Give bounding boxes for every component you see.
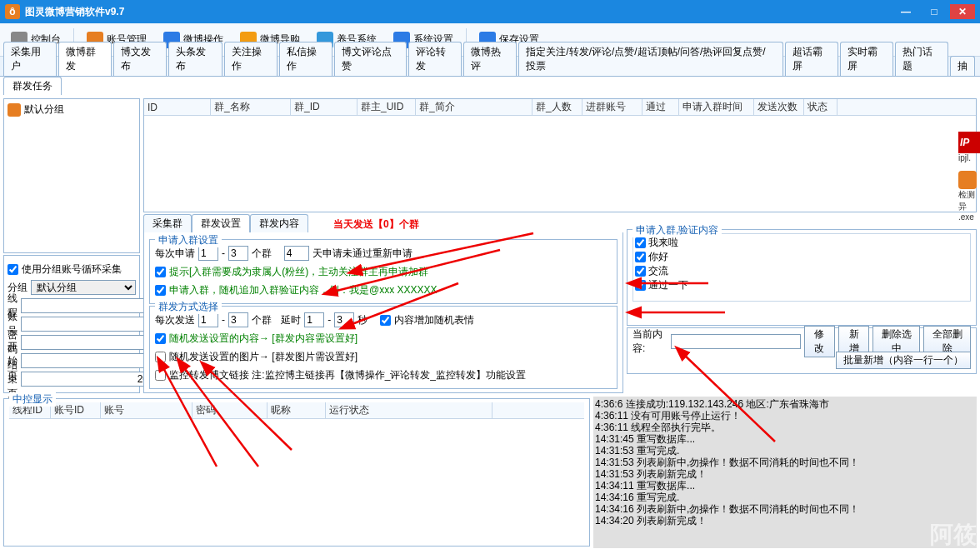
log-line: 14:31:53 重写完成. bbox=[595, 445, 975, 457]
side-panel: IP ipjl. 检测异 .exe bbox=[958, 23, 980, 222]
maximize-button[interactable]: □ bbox=[922, 4, 947, 19]
current-content-input[interactable] bbox=[671, 334, 801, 349]
verify-item-check[interactable] bbox=[635, 266, 646, 277]
col-header[interactable]: 进群账号 bbox=[582, 99, 642, 115]
log-line: 4:36:6 连接成功:119.132.143.246 地区:广东省珠海市 bbox=[595, 398, 975, 410]
verify-item[interactable]: 我来啦 bbox=[635, 236, 968, 250]
col-header[interactable]: 账号 bbox=[101, 402, 192, 418]
send-n2[interactable] bbox=[228, 312, 248, 327]
tab-10[interactable]: 超话霸屏 bbox=[785, 42, 838, 76]
use-group-cycle-check[interactable] bbox=[8, 264, 18, 275]
log-line: 14:34:20 列表刷新完成！ bbox=[595, 515, 975, 527]
delay-d1[interactable] bbox=[304, 312, 324, 327]
apply-unit: 个群 bbox=[252, 247, 272, 261]
tab-3[interactable]: 头条发布 bbox=[168, 42, 222, 76]
tab-1[interactable]: 微博群发 bbox=[58, 42, 112, 76]
verify-item-check[interactable] bbox=[635, 252, 646, 262]
verify-item[interactable]: 通过一下 bbox=[635, 278, 968, 292]
col-header[interactable]: ID bbox=[144, 99, 211, 115]
delay-sec: 秒 bbox=[358, 313, 368, 327]
col-header[interactable]: 群主_UID bbox=[358, 99, 416, 115]
col-header[interactable]: 群_简介 bbox=[416, 99, 532, 115]
verify-item-check[interactable] bbox=[635, 280, 646, 291]
rand-content-check[interactable] bbox=[155, 333, 166, 344]
close-button[interactable]: ✕ bbox=[950, 4, 975, 19]
thread-input[interactable] bbox=[21, 298, 151, 313]
tab-4[interactable]: 关注操作 bbox=[224, 42, 278, 76]
col-header[interactable]: 群_人数 bbox=[532, 99, 582, 115]
apply-tip: 提示[入群需要成为隶属人(粉丝)，主动关注群主再申请加群 bbox=[169, 265, 428, 279]
apply-n2[interactable] bbox=[228, 246, 248, 261]
watermark: 阿筱 bbox=[930, 519, 977, 551]
emoji-label: 内容增加随机表情 bbox=[394, 313, 474, 327]
apply-verify-check[interactable] bbox=[155, 285, 166, 296]
log-line: 14:34:16 列表刷新中,勿操作！数据不同消耗的时间也不同！ bbox=[595, 503, 975, 515]
verify-legend: 申请入群,验证内容 bbox=[632, 223, 722, 237]
sendmode-legend: 群发方式选择 bbox=[155, 300, 222, 314]
col-header[interactable]: 账号ID bbox=[51, 402, 101, 418]
emoji-check[interactable] bbox=[380, 315, 391, 326]
log-line: 4:36:11 没有可用账号停止运行！ bbox=[595, 410, 975, 422]
midtab-collect[interactable]: 采集群 bbox=[143, 214, 192, 232]
log-line: 14:31:45 重写数据库... bbox=[595, 433, 975, 445]
apply-n1[interactable] bbox=[198, 246, 218, 261]
tab-2[interactable]: 博文发布 bbox=[113, 42, 167, 76]
titlebar: ô 图灵微博营销软件v9.7 — □ ✕ bbox=[0, 0, 980, 23]
apply-days[interactable] bbox=[284, 246, 309, 261]
col-header[interactable]: 申请入群时间 bbox=[679, 99, 754, 115]
subtab-group-task[interactable]: 群发任务 bbox=[3, 77, 62, 95]
midtab-content[interactable]: 群发内容 bbox=[250, 214, 308, 232]
log-line: 14:34:16 重写完成. bbox=[595, 492, 975, 503]
log-output[interactable]: 4:36:6 连接成功:119.132.143.246 地区:广东省珠海市4:3… bbox=[593, 397, 977, 548]
group-select[interactable]: 默认分组 bbox=[31, 280, 136, 295]
send-n1[interactable] bbox=[198, 312, 218, 327]
tab-0[interactable]: 采集用户 bbox=[3, 42, 57, 76]
col-header[interactable]: 群_ID bbox=[291, 99, 358, 115]
tab-7[interactable]: 评论转发 bbox=[408, 42, 462, 76]
log-line: 14:31:53 列表刷新完成！ bbox=[595, 468, 975, 480]
side-text-2: 检测异 bbox=[958, 189, 980, 212]
tab-11[interactable]: 实时霸屏 bbox=[840, 42, 893, 76]
col-header[interactable]: 通过 bbox=[642, 99, 679, 115]
col-header[interactable]: 密码 bbox=[192, 402, 268, 418]
apply-days-text: 天申请未通过重新申请 bbox=[312, 247, 412, 261]
minimize-button[interactable]: — bbox=[893, 4, 918, 19]
start-input[interactable] bbox=[21, 353, 151, 368]
end-input[interactable] bbox=[21, 372, 151, 387]
tree-root[interactable]: 默认分组 bbox=[8, 102, 136, 117]
verify-item[interactable]: 交流 bbox=[635, 264, 968, 278]
pwd-input[interactable] bbox=[21, 335, 151, 350]
verify-list[interactable]: 我来啦 你好 交流 通过一下 bbox=[632, 233, 971, 302]
apply-tip-check[interactable] bbox=[155, 267, 166, 277]
tree-root-label: 默认分组 bbox=[24, 102, 64, 117]
col-header[interactable]: 群_名称 bbox=[211, 99, 291, 115]
rand-image-check[interactable] bbox=[155, 352, 166, 362]
verify-item[interactable]: 你好 bbox=[635, 250, 968, 264]
tab-8[interactable]: 微博热评 bbox=[463, 42, 517, 76]
col-header[interactable]: 运行状态 bbox=[326, 402, 492, 418]
verify-fieldset: 申请入群,验证内容 我来啦 你好 交流 通过一下 bbox=[627, 229, 977, 326]
control-display: 中控显示 线程ID账号ID账号密码昵称运行状态 bbox=[3, 398, 590, 547]
account-input[interactable] bbox=[21, 317, 151, 332]
col-header[interactable]: 状态 bbox=[804, 99, 838, 115]
tab-5[interactable]: 私信操作 bbox=[279, 42, 332, 76]
main-tabbar: 采集用户微博群发博文发布头条发布关注操作私信操作博文评论点赞评论转发微博热评指定… bbox=[0, 57, 980, 77]
col-header[interactable]: 昵称 bbox=[268, 402, 326, 418]
today-send-count: 当天发送【0】个群 bbox=[333, 217, 419, 232]
tab-6[interactable]: 博文评论点赞 bbox=[334, 42, 407, 76]
verify-item-check[interactable] bbox=[635, 237, 646, 248]
delay-d2[interactable] bbox=[334, 312, 354, 327]
midtab-settings[interactable]: 群发设置 bbox=[192, 214, 250, 232]
sendmode-fieldset: 群发方式选择 每次发送 - 个群 延时 - 秒 内容增加随机表情 bbox=[149, 306, 618, 389]
send-unit: 个群 bbox=[252, 313, 272, 327]
control-grid-body[interactable] bbox=[9, 419, 584, 536]
log-line: 4:36:11 线程全部执行完毕。 bbox=[595, 422, 975, 433]
control-grid-header: 线程ID账号ID账号密码昵称运行状态 bbox=[9, 402, 584, 419]
tab-12[interactable]: 热门话题 bbox=[895, 42, 948, 76]
batch-add-button[interactable]: 批量新增（内容一行一个） bbox=[836, 352, 971, 369]
tab-9[interactable]: 指定关注/转发/评论/点赞/超话顶帖/问答/热评回复点赞/投票 bbox=[518, 42, 782, 76]
folder-icon bbox=[8, 103, 21, 117]
monitor-check[interactable] bbox=[155, 370, 166, 381]
col-header[interactable]: 发送次数 bbox=[754, 99, 804, 115]
modify-button[interactable]: 修改 bbox=[804, 326, 835, 357]
